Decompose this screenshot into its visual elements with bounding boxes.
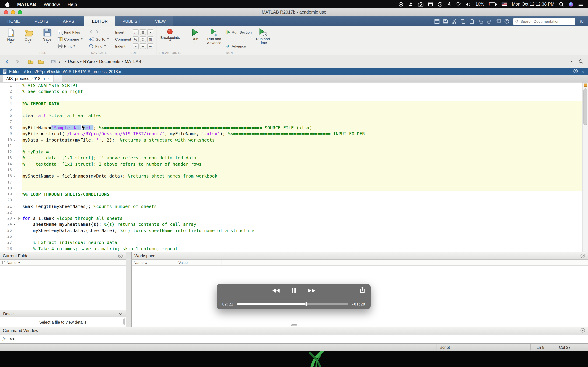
- code-line-13[interactable]: 13% data: [1x1 struct]; '' above refers …: [0, 155, 588, 161]
- code-line-16[interactable]: 16-mySheetNames = fieldnames(myData.data…: [0, 173, 588, 179]
- close-window-button[interactable]: [4, 10, 8, 14]
- toolstrip-tab-apps[interactable]: APPS: [56, 17, 82, 26]
- help-icon[interactable]: ?: [504, 18, 510, 24]
- notification-center-icon[interactable]: [578, 2, 583, 6]
- fast-forward-button[interactable]: [307, 288, 316, 295]
- zoom-window-button[interactable]: [18, 10, 22, 14]
- menu-help[interactable]: Help: [68, 1, 77, 7]
- recent-folders-button[interactable]: ▼: [570, 60, 573, 63]
- bluetooth-icon[interactable]: [448, 2, 451, 7]
- comment-button[interactable]: %: [133, 36, 138, 42]
- navigate-forward-button[interactable]: [95, 30, 99, 35]
- code-line-6[interactable]: 6-clear all %clear all variables: [0, 113, 588, 119]
- apple-icon[interactable]: [5, 1, 9, 7]
- menu-app-name[interactable]: MATLAB: [17, 1, 36, 7]
- toolstrip-tab-plots[interactable]: PLOTS: [27, 17, 55, 26]
- code-line-17[interactable]: 17: [0, 179, 588, 185]
- window-icon[interactable]: [434, 18, 440, 24]
- code-line-27[interactable]: 27 % Extract individual neuron data: [0, 240, 588, 246]
- code-line-12[interactable]: 12% myData =: [0, 149, 588, 155]
- siri-icon[interactable]: [568, 1, 574, 7]
- code-line-23[interactable]: 23-−for s=1:smax %loops through all shee…: [0, 215, 588, 221]
- advance-button[interactable]: Advance: [225, 43, 252, 50]
- navigate-back-button[interactable]: [89, 30, 94, 35]
- code-line-25[interactable]: 25- mySheet=myData.data.(sheetName); %(s…: [0, 227, 588, 234]
- browse-folder-button[interactable]: [37, 58, 44, 65]
- new-button[interactable]: New▼: [3, 28, 19, 50]
- redo-icon[interactable]: [486, 18, 492, 24]
- code-line-5[interactable]: 5: [0, 107, 588, 113]
- current-folder-header[interactable]: Current Folder: [0, 252, 126, 260]
- code-line-19[interactable]: 19%% LOOP THROUGH SHEETS/CONDITIONS: [0, 191, 588, 197]
- insert-section-button[interactable]: ▤: [140, 29, 146, 35]
- new-tab-button[interactable]: +: [54, 75, 62, 82]
- undo-icon[interactable]: [478, 18, 484, 24]
- command-window-header[interactable]: Command Window: [0, 327, 588, 334]
- search-documentation-input[interactable]: [520, 19, 573, 23]
- code-line-22[interactable]: 22: [0, 209, 588, 216]
- find-button[interactable]: Find▼: [89, 43, 109, 50]
- code-line-18[interactable]: 18: [0, 185, 588, 191]
- code-line-4[interactable]: 4%% IMPORT DATA: [0, 101, 588, 107]
- file-tab-active[interactable]: AIS_process_2018.m ×: [3, 75, 53, 82]
- documentation-search-box[interactable]: [513, 18, 575, 25]
- code-line-15[interactable]: 15: [0, 167, 588, 173]
- code-line-1[interactable]: 1% AIS ANALYSIS SCRIPT: [0, 83, 588, 89]
- run-and-advance-button[interactable]: Run and Advance: [205, 28, 223, 50]
- indent-right-button[interactable]: ⇥: [147, 43, 153, 49]
- current-folder-file-list[interactable]: [0, 266, 126, 310]
- box-icon[interactable]: [428, 2, 433, 7]
- insert-function-button[interactable]: fx: [133, 29, 138, 35]
- code-line-9[interactable]: 9-myFile = strcat('/Users/RYpro/Desktop/…: [0, 131, 588, 137]
- share-button[interactable]: [360, 287, 365, 295]
- code-line-21[interactable]: 21-smax=length(mySheetNames); %counts nu…: [0, 203, 588, 209]
- undock-editor-button[interactable]: [573, 69, 578, 74]
- find-files-button[interactable]: Find Files: [57, 29, 83, 36]
- time-machine-icon[interactable]: [438, 1, 443, 7]
- command-window[interactable]: fx >>: [0, 334, 588, 343]
- breadcrumb-matlab[interactable]: MATLAB: [124, 59, 142, 64]
- current-folder-column-header[interactable]: Name ▼: [0, 260, 126, 266]
- search-folder-button[interactable]: [578, 58, 585, 65]
- save-button[interactable]: Save▼: [39, 28, 55, 50]
- panel-menu-button[interactable]: [580, 253, 585, 258]
- spotlight-icon[interactable]: [559, 2, 564, 7]
- wrap-comments-button[interactable]: ▥: [147, 36, 153, 42]
- indent-left-button[interactable]: ⇤: [140, 43, 146, 49]
- editor-title-bar[interactable]: Editor – /Users/RYpro/Desktop/AIS TEST/A…: [0, 68, 588, 75]
- toolstrip-tab-home[interactable]: HOME: [0, 17, 27, 26]
- up-one-level-button[interactable]: [27, 58, 34, 65]
- menubar-clock[interactable]: Mon Oct 12 12:38 PM: [512, 2, 554, 7]
- panel-menu-button[interactable]: [118, 253, 123, 258]
- details-expand-button[interactable]: [119, 312, 122, 316]
- run-button[interactable]: Run▼: [187, 28, 203, 50]
- minimize-window-button[interactable]: [11, 10, 15, 14]
- rewind-button[interactable]: [271, 288, 280, 295]
- forward-button[interactable]: [14, 58, 21, 65]
- seek-bar[interactable]: [237, 304, 348, 305]
- breadcrumb-users[interactable]: Users: [68, 59, 79, 64]
- toolstrip-tab-publish[interactable]: PUBLISH: [115, 17, 148, 26]
- details-bar[interactable]: Details: [0, 310, 126, 317]
- fold-collapse-icon[interactable]: −: [18, 217, 21, 220]
- code-editor[interactable]: 1% AIS ANALYSIS SCRIPT2% See comments on…: [0, 83, 588, 252]
- code-line-3[interactable]: 3: [0, 95, 588, 101]
- open-button[interactable]: Open▼: [21, 28, 37, 50]
- function-hints-button[interactable]: fx: [2, 337, 5, 341]
- back-button[interactable]: [3, 58, 10, 65]
- camera-icon[interactable]: [418, 2, 424, 7]
- logged-in-user[interactable]: rui: [578, 19, 585, 24]
- workspace-column-header[interactable]: Name ▲ Value: [132, 260, 588, 266]
- uncomment-button[interactable]: ⊘: [140, 36, 146, 42]
- window-title-bar[interactable]: MATLAB R2017b - academic use: [0, 8, 588, 17]
- copy-icon[interactable]: [460, 18, 466, 24]
- code-line-24[interactable]: 24- sheetName=mySheetNames{s}; %{s} retu…: [0, 221, 588, 227]
- workspace-header[interactable]: Workspace: [132, 252, 588, 260]
- code-line-10[interactable]: 10-myData = importdata(myFile, '', 2); %…: [0, 137, 588, 143]
- smart-indent-button[interactable]: ≡: [133, 43, 138, 49]
- code-line-7[interactable]: 7: [0, 119, 588, 125]
- pause-button[interactable]: [291, 288, 296, 295]
- battery-percent[interactable]: 10%: [476, 2, 484, 7]
- close-tab-icon[interactable]: ×: [48, 77, 50, 81]
- code-line-26[interactable]: 26: [0, 234, 588, 240]
